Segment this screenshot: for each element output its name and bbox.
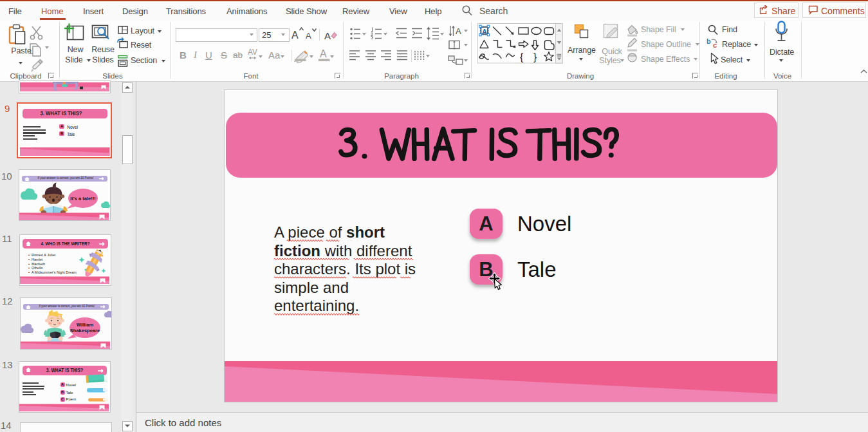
svg-text:A: A bbox=[291, 30, 299, 41]
svg-text:A: A bbox=[324, 30, 331, 41]
svg-text:}: } bbox=[533, 52, 537, 62]
svg-text:William: William bbox=[76, 322, 93, 328]
svg-text:A: A bbox=[306, 31, 311, 41]
svg-text:A: A bbox=[482, 28, 487, 35]
svg-text:Shakespeare: Shakespeare bbox=[69, 328, 99, 333]
svg-text:{: { bbox=[520, 52, 524, 62]
svg-text:b: b bbox=[706, 37, 711, 45]
svg-text:It's a tale!!!: It's a tale!!! bbox=[70, 196, 95, 202]
svg-text:A: A bbox=[456, 26, 461, 36]
